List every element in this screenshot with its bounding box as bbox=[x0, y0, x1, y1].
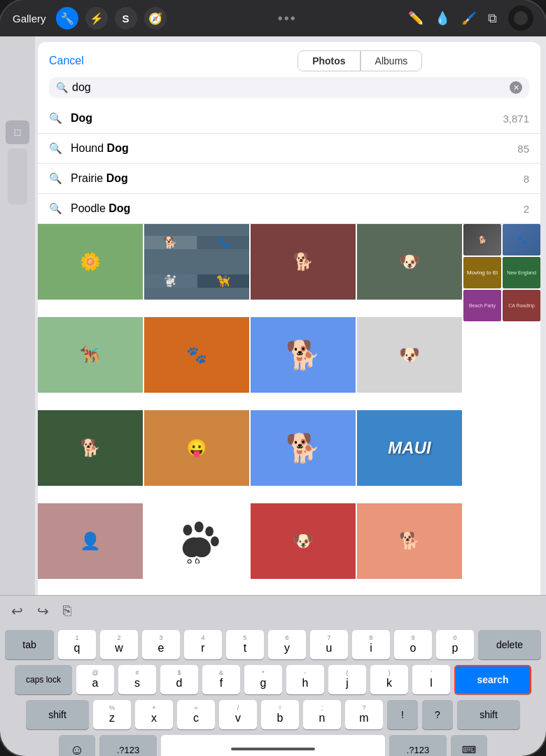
key-e[interactable]: 3e bbox=[142, 630, 180, 659]
album-thumb-2[interactable]: 🐾 bbox=[503, 224, 540, 255]
pen-icon[interactable]: ✏️ bbox=[408, 10, 424, 26]
s-icon[interactable]: S bbox=[115, 7, 137, 29]
key-o[interactable]: 9o bbox=[394, 630, 432, 659]
key-b[interactable]: !b bbox=[261, 700, 299, 729]
album-row-2: Moving to El New England bbox=[463, 257, 540, 288]
photo-10[interactable]: 😛 bbox=[144, 410, 249, 486]
top-bar: Gallery 🔧 ⚡ S 🧭 ••• ✏️ 💧 🖌️ ⧉ bbox=[0, 0, 546, 36]
album-thumb-5[interactable]: Beach Party bbox=[463, 290, 501, 321]
photo-13[interactable]: 👤 bbox=[38, 503, 143, 579]
key-tab[interactable]: tab bbox=[5, 630, 54, 659]
key-shift-left[interactable]: shift bbox=[26, 700, 89, 729]
photo-grid-area: 🐕 🐾 Moving to El New England bbox=[38, 224, 540, 595]
ipad-frame: Gallery 🔧 ⚡ S 🧭 ••• ✏️ 💧 🖌️ ⧉ □ bbox=[0, 0, 546, 756]
album-row-3: Beach Party CA Roadtrip bbox=[463, 290, 540, 321]
key-r[interactable]: 4r bbox=[184, 630, 222, 659]
photo-16[interactable]: 🐕 bbox=[357, 503, 462, 579]
key-emoji[interactable]: ☺ bbox=[59, 735, 95, 756]
key-k[interactable]: )k bbox=[370, 665, 408, 694]
undo-icon[interactable]: ↩ bbox=[11, 603, 23, 620]
suggestion-poodle-dog[interactable]: 🔍 Poodle Dog 2 bbox=[38, 194, 540, 224]
paste-icon[interactable]: ⎘ bbox=[63, 603, 71, 619]
key-d[interactable]: $d bbox=[160, 665, 198, 694]
key-g[interactable]: *g bbox=[244, 665, 282, 694]
key-v[interactable]: /v bbox=[219, 700, 257, 729]
brush-icon[interactable]: 🖌️ bbox=[461, 10, 477, 26]
key-z[interactable]: %z bbox=[93, 700, 131, 729]
left-sidebar: □ bbox=[0, 36, 35, 595]
photo-5[interactable]: 🐕‍🦺 bbox=[38, 317, 143, 393]
key-j[interactable]: (j bbox=[328, 665, 366, 694]
paw-svg bbox=[165, 519, 228, 564]
redo-icon[interactable]: ↪ bbox=[37, 603, 49, 620]
photo-11[interactable]: 🐕 bbox=[251, 410, 356, 486]
suggestions-list: 🔍 Dog 3,871 🔍 Hound Dog 85 🔍 bbox=[38, 104, 540, 224]
album-thumb-4[interactable]: New England bbox=[503, 257, 540, 288]
photo-8[interactable]: 🐶 bbox=[357, 317, 462, 393]
sidebar-button-1[interactable]: □ bbox=[6, 120, 29, 144]
photo-4[interactable]: 🐶 bbox=[357, 224, 462, 300]
photo-6[interactable]: 🐾 bbox=[144, 317, 249, 393]
wrench-icon[interactable]: 🔧 bbox=[56, 7, 78, 29]
photo-15[interactable]: 🐶 bbox=[251, 503, 356, 579]
key-return[interactable]: search bbox=[454, 665, 531, 694]
key-i[interactable]: 8i bbox=[352, 630, 390, 659]
key-space[interactable] bbox=[161, 735, 385, 756]
search-input[interactable] bbox=[72, 81, 505, 94]
suggestion-count-3: 8 bbox=[524, 173, 529, 185]
suggestion-prairie-dog[interactable]: 🔍 Prairie Dog 8 bbox=[38, 164, 540, 194]
search-icon: 🔍 bbox=[56, 82, 68, 93]
suggestion-text-1: Dog bbox=[71, 112, 503, 125]
photo-paw[interactable] bbox=[144, 503, 249, 579]
key-keyboard[interactable]: ⌨ bbox=[451, 735, 487, 756]
key-c[interactable]: =c bbox=[177, 700, 215, 729]
key-t[interactable]: 5t bbox=[226, 630, 264, 659]
key-w[interactable]: 2w bbox=[100, 630, 138, 659]
key-question[interactable]: ? bbox=[422, 700, 453, 729]
suggestion-hound-dog[interactable]: 🔍 Hound Dog 85 bbox=[38, 134, 540, 164]
photo-7[interactable]: 🐕 bbox=[251, 317, 356, 393]
key-delete[interactable]: delete bbox=[478, 630, 541, 659]
key-x[interactable]: +x bbox=[135, 700, 173, 729]
lightning-icon[interactable]: ⚡ bbox=[85, 7, 108, 29]
key-u[interactable]: 7u bbox=[310, 630, 348, 659]
album-thumb-3[interactable]: Moving to El bbox=[463, 257, 501, 288]
eyedropper-icon[interactable]: 💧 bbox=[435, 10, 450, 26]
album-thumb-6[interactable]: CA Roadtrip bbox=[503, 290, 540, 321]
camera-button[interactable] bbox=[508, 6, 533, 31]
suggestion-dog[interactable]: 🔍 Dog 3,871 bbox=[38, 104, 540, 134]
key-s[interactable]: #s bbox=[118, 665, 156, 694]
key-m[interactable]: ?m bbox=[345, 700, 383, 729]
suggestion-count-1: 3,871 bbox=[503, 113, 529, 125]
key-caps-lock[interactable]: caps lock bbox=[15, 665, 72, 694]
key-p[interactable]: 0p bbox=[436, 630, 474, 659]
key-n[interactable]: ;n bbox=[303, 700, 341, 729]
clear-search-button[interactable]: ✕ bbox=[510, 81, 522, 94]
photo-maui[interactable]: MAUI bbox=[357, 410, 462, 486]
search-bar: 🔍 ✕ bbox=[49, 77, 529, 98]
photo-2[interactable]: 🐕 🐾 🐩 🦮 bbox=[144, 224, 249, 300]
key-a[interactable]: @a bbox=[76, 665, 114, 694]
top-bar-left: Gallery 🔧 ⚡ S 🧭 bbox=[13, 7, 167, 29]
more-options-icon[interactable]: ••• bbox=[278, 10, 297, 27]
key-h[interactable]: -h bbox=[286, 665, 324, 694]
album-thumb-1[interactable]: 🐕 bbox=[463, 224, 501, 255]
key-q[interactable]: 1q bbox=[58, 630, 96, 659]
top-bar-center: ••• bbox=[167, 10, 408, 27]
suggestion-text-3: Prairie Dog bbox=[71, 172, 524, 185]
tab-albums[interactable]: Albums bbox=[360, 50, 423, 71]
photo-1[interactable]: 🌼 bbox=[38, 224, 143, 300]
photo-3[interactable]: 🐕 bbox=[251, 224, 356, 300]
key-123-left[interactable]: .?123 bbox=[99, 735, 157, 756]
key-123-right[interactable]: .?123 bbox=[389, 735, 447, 756]
key-l[interactable]: 'l bbox=[412, 665, 450, 694]
tab-photos[interactable]: Photos bbox=[298, 50, 360, 71]
photo-9[interactable]: 🐕 bbox=[38, 410, 143, 486]
cancel-button[interactable]: Cancel bbox=[49, 55, 84, 67]
key-y[interactable]: 6y bbox=[268, 630, 306, 659]
key-exclaim[interactable]: ! bbox=[387, 700, 418, 729]
nav-icon[interactable]: 🧭 bbox=[144, 7, 167, 29]
layers-icon[interactable]: ⧉ bbox=[488, 11, 497, 26]
key-shift-right[interactable]: shift bbox=[457, 700, 520, 729]
key-f[interactable]: &f bbox=[202, 665, 240, 694]
